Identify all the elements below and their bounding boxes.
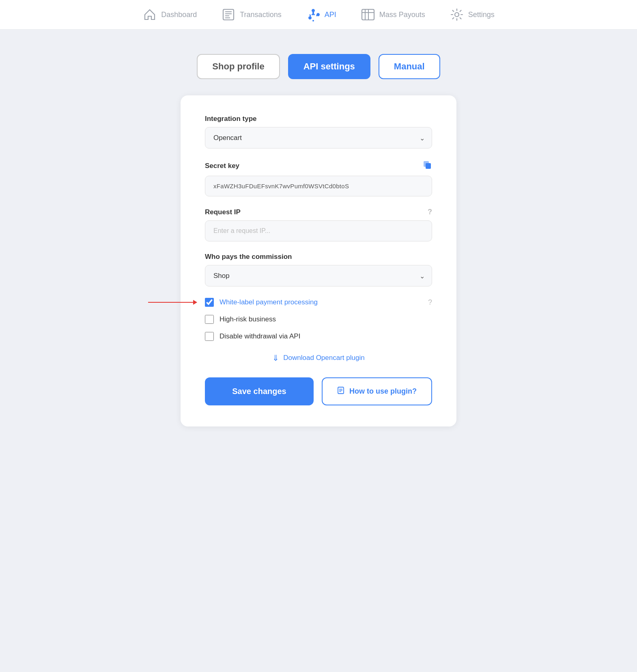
- integration-type-label: Integration type: [205, 115, 257, 123]
- nav-item-settings[interactable]: Settings: [450, 7, 495, 22]
- download-plugin-link[interactable]: ⇓ Download Opencart plugin: [205, 353, 432, 363]
- secret-key-label: Secret key: [205, 162, 239, 170]
- integration-type-field: Integration type Opencart ⌄: [205, 115, 432, 149]
- book-icon: [337, 386, 345, 396]
- commission-label: Who pays the commission: [205, 253, 292, 261]
- svg-point-5: [312, 20, 314, 22]
- high-risk-checkbox-group: High-risk business: [205, 315, 432, 324]
- save-changes-button[interactable]: Save changes: [205, 377, 314, 405]
- tab-manual[interactable]: Manual: [379, 54, 440, 79]
- white-label-label: White-label payment processing: [220, 298, 422, 306]
- commission-field: Who pays the commission Shop ⌄: [205, 253, 432, 286]
- download-icon: ⇓: [272, 353, 279, 363]
- main-content: Shop profile API settings Manual Integra…: [0, 30, 637, 459]
- how-to-use-button[interactable]: How to use plugin?: [322, 377, 432, 405]
- white-label-help-icon[interactable]: ?: [428, 298, 432, 307]
- tab-shop-profile[interactable]: Shop profile: [197, 54, 280, 79]
- commission-select[interactable]: Shop: [205, 265, 432, 286]
- transactions-icon: [221, 7, 236, 22]
- nav-item-dashboard[interactable]: Dashboard: [142, 7, 197, 22]
- request-ip-input[interactable]: [205, 220, 432, 241]
- tab-buttons: Shop profile API settings Manual: [197, 54, 440, 79]
- white-label-checkbox-group: White-label payment processing ?: [205, 298, 432, 307]
- copy-icon[interactable]: [422, 160, 432, 172]
- red-arrow-indicator: [148, 302, 197, 303]
- bottom-buttons: Save changes How to use plugin?: [205, 377, 432, 405]
- secret-key-input[interactable]: [205, 176, 432, 196]
- api-icon: [306, 7, 321, 22]
- tab-api-settings[interactable]: API settings: [288, 54, 370, 79]
- commission-select-wrapper: Shop ⌄: [205, 265, 432, 286]
- top-navigation: Dashboard Transactions API: [0, 0, 637, 30]
- nav-item-api[interactable]: API: [306, 7, 336, 22]
- disable-withdrawal-label: Disable withdrawal via API: [220, 332, 432, 340]
- dashboard-icon: [142, 7, 157, 22]
- disable-withdrawal-checkbox[interactable]: [205, 332, 214, 341]
- nav-item-transactions[interactable]: Transactions: [221, 7, 281, 22]
- api-settings-card: Integration type Opencart ⌄ Secret key: [181, 95, 456, 426]
- disable-withdrawal-checkbox-group: Disable withdrawal via API: [205, 332, 432, 341]
- svg-point-10: [455, 13, 459, 17]
- integration-type-select[interactable]: Opencart: [205, 127, 432, 149]
- high-risk-checkbox[interactable]: [205, 315, 214, 324]
- request-ip-help-icon[interactable]: ?: [428, 208, 432, 216]
- secret-key-field: Secret key: [205, 160, 432, 196]
- svg-rect-12: [424, 161, 429, 167]
- white-label-row-wrapper: White-label payment processing ?: [205, 298, 432, 307]
- nav-item-mass-payouts[interactable]: Mass Payouts: [361, 7, 425, 22]
- mass-payouts-icon: [361, 7, 375, 22]
- request-ip-label: Request IP: [205, 208, 241, 216]
- integration-type-select-wrapper: Opencart ⌄: [205, 127, 432, 149]
- settings-icon: [450, 7, 464, 22]
- high-risk-label: High-risk business: [220, 315, 432, 323]
- svg-rect-0: [223, 9, 234, 20]
- request-ip-field: Request IP ?: [205, 208, 432, 241]
- white-label-checkbox[interactable]: [205, 298, 214, 307]
